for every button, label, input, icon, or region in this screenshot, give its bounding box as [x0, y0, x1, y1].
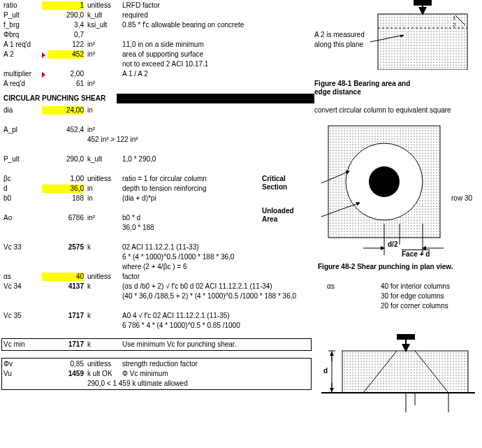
- unit-alphas: unitless: [87, 273, 119, 281]
- value-ratio: 1: [42, 1, 84, 10]
- label-ratio: ratio: [3, 1, 42, 10]
- label-mult: multiplier: [3, 70, 42, 78]
- unit-d: in: [87, 185, 119, 193]
- svg-line-8: [370, 35, 404, 42]
- label-alphas: αs: [3, 273, 42, 281]
- label-a2: A 2: [3, 50, 42, 59]
- alphas-side-label: αs: [327, 282, 335, 291]
- unit-pult2: k_ult: [87, 155, 119, 164]
- unit-areq: in²: [87, 80, 119, 88]
- label-vu: Vu: [3, 370, 42, 378]
- note-fbrg: 0.85 * f'c allowable bearing on concrete: [122, 21, 332, 29]
- unit-vc34: k: [87, 282, 119, 291]
- page: ratio 1 unitless LRFD factor P_ult 290,0…: [0, 0, 482, 448]
- note-vc34-2: (40 * 36,0 /188,5 + 2) * (4 * 1000)^0.5 …: [122, 292, 325, 301]
- value-alphas: 40: [42, 273, 84, 281]
- svg-rect-3: [414, 0, 432, 6]
- fig2-unloaded: Unloaded: [262, 207, 294, 215]
- leader-fig1: [370, 35, 405, 49]
- unit-vc35: k: [87, 312, 119, 320]
- a2-side-2: along this plane: [314, 41, 363, 49]
- value-a2: 452: [48, 50, 84, 59]
- value-betac: 1,00: [42, 175, 84, 183]
- note-vc35-1: A0 4 √ f'c 02 ACI 11.12.2.1 (11-35): [122, 312, 325, 320]
- section-bar: [117, 94, 314, 103]
- fig2-d2: d/2: [388, 240, 397, 249]
- tri-a2: [42, 52, 45, 58]
- label-vc33: Vc 33: [3, 243, 42, 252]
- fig3-d: d: [323, 367, 328, 375]
- note-vc33-2: 6 * (4 * 1000)^0.5 /1000 * 188 * 36,0: [122, 253, 311, 261]
- unit-betac: unitless: [87, 175, 119, 183]
- note-vc35-2: 6 786 * 4 * (4 * 1000)^0.5 * 0.85 /1000: [122, 321, 325, 330]
- value-dia: 24,00: [42, 106, 84, 115]
- unit-a1req: in²: [87, 41, 119, 49]
- value-d: 36,0: [42, 185, 84, 193]
- value-pult2: 290,0: [42, 155, 84, 164]
- note-mult: A 1 / A 2: [122, 70, 311, 78]
- note-alphas: factor: [122, 273, 311, 281]
- unit-pult: k_ult: [87, 11, 119, 20]
- unit-fbrg: ksi_ult: [87, 21, 119, 29]
- label-d: d: [3, 185, 42, 193]
- label-ao: Ao: [3, 214, 42, 222]
- label-apl: A_pl: [3, 126, 42, 134]
- note-a1req: 11,0 in on a side minimum: [122, 41, 311, 49]
- unit-vu: k ult OK: [87, 370, 126, 378]
- section-title: CIRCULAR PUNCHING SHEAR: [3, 94, 105, 102]
- value-phiv: 0,85: [42, 360, 84, 368]
- note-dia-right: convert circular column to equivalent sq…: [314, 106, 451, 115]
- unit-vc33: k: [87, 243, 119, 252]
- value-vc35: 1717: [42, 312, 84, 320]
- svg-rect-21: [397, 334, 415, 340]
- label-vc35: Vc 35: [3, 312, 42, 320]
- label-pult2: P_ult: [3, 155, 42, 164]
- label-phiv: Φv: [3, 360, 42, 368]
- fig2-faced: Face + d: [402, 250, 430, 259]
- note-vu2: 290,0 < 1 459 k ultimate allowed: [87, 380, 188, 388]
- figure-elevation: [321, 330, 475, 414]
- unit-b0: in: [87, 194, 119, 203]
- fig2-critical: Critical: [262, 175, 286, 183]
- unit-dia: in: [87, 106, 119, 115]
- a2-side-1: A 2 is measured: [314, 31, 365, 39]
- label-dia: dia: [3, 106, 42, 115]
- value-b0: 188: [42, 194, 84, 203]
- value-a1req: 122: [42, 41, 84, 49]
- alphas-side-1: 40 for interior columns: [381, 282, 450, 291]
- svg-text:2: 2: [453, 22, 456, 28]
- unit-a2: in²: [87, 50, 119, 59]
- label-pult: P_ult: [3, 11, 42, 20]
- note-b0: (dia + d)*pi: [122, 194, 311, 203]
- value-vcmin: 1717: [42, 340, 84, 349]
- value-areq: 61: [42, 80, 84, 88]
- fig2-area: Area: [262, 215, 277, 224]
- value-vc34: 4137: [42, 282, 84, 291]
- value-ao: 6786: [42, 214, 84, 222]
- label-areq: A req'd: [3, 80, 42, 88]
- row-30-label: row 30: [451, 194, 472, 202]
- note-a2: area of supporting surface: [122, 50, 311, 59]
- note-vc33-1: 02 ACI 11.12.2.1 (11-33): [122, 243, 311, 252]
- label-vcmin: Vc min: [3, 340, 42, 349]
- svg-point-11: [369, 166, 400, 197]
- tri-mult: [42, 72, 45, 78]
- value-vu: 1459: [42, 370, 84, 378]
- svg-rect-19: [342, 351, 468, 393]
- fig2-caption: Figure 48-2 Shear punching in plan view.: [318, 263, 472, 271]
- label-fbrg: f_brg: [3, 21, 42, 29]
- alphas-side-3: 20 for corner columns: [381, 302, 448, 310]
- label-b0: b0: [3, 194, 42, 203]
- unit-ratio: unitless: [87, 1, 119, 10]
- value-fbrg: 3,4: [42, 21, 84, 29]
- fig2-section: Section: [262, 183, 287, 192]
- fig1-cap1: Figure 48-1 Bearing area and: [314, 80, 410, 88]
- fig1-cap2: edge distance: [314, 88, 361, 96]
- unit-apl: in²: [87, 126, 119, 134]
- note-a2b: not to exceed 2 ACI 10.17.1: [122, 60, 311, 68]
- apl-check: 452 in² > 122 in²: [87, 136, 138, 144]
- section-header: CIRCULAR PUNCHING SHEAR: [1, 94, 314, 103]
- note-pult: required: [122, 11, 311, 20]
- unit-vcmin: k: [87, 340, 119, 349]
- alphas-side-2: 30 for edge columns: [381, 292, 444, 301]
